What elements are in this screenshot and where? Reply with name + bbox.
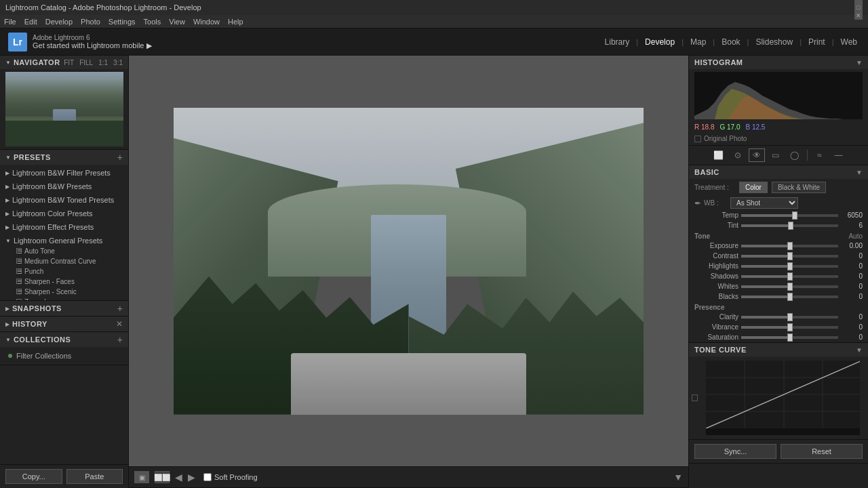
nav-slideshow[interactable]: Slideshow [753,36,795,48]
menu-settings[interactable]: Settings [108,18,136,26]
navigator-header[interactable]: ▼ Navigator FIT FILL 1:1 3:1 [0,56,128,69]
presets-add-button[interactable]: + [117,152,123,162]
tone-curve-header[interactable]: Tone Curve ▼ [689,343,868,357]
nav-library[interactable]: Library [602,36,633,48]
wb-row: ✒ WB : As Shot Auto Daylight Cloudy Cust… [689,196,868,210]
soft-proofing-checkbox[interactable] [203,473,212,481]
toolbar-dropdown[interactable]: ▼ [673,472,683,483]
temp-slider[interactable] [741,214,838,217]
preset-punch[interactable]: ☰Punch [0,266,128,277]
preset-group-color-header[interactable]: ▶ Lightroom Color Presets [0,208,128,219]
vibrance-slider[interactable] [741,326,838,329]
menu-help[interactable]: Help [228,18,243,26]
lr-action[interactable]: Get started with Lightroom mobile ▶ [33,41,152,50]
redeye-tool[interactable]: 👁 [749,148,765,162]
highlights-slider[interactable] [741,265,838,268]
preset-group-bw-toned-header[interactable]: ▶ Lightroom B&W Toned Presets [0,195,128,205]
reset-button[interactable]: Reset [781,444,863,459]
preset-sharpen-scenic[interactable]: ☰Sharpen - Scenic [0,287,128,297]
nav-develop[interactable]: Develop [642,36,677,48]
spot-removal-tool[interactable]: ⊙ [730,148,746,162]
snapshots-header[interactable]: ▶ Snapshots + [0,301,128,316]
bw-treatment-button[interactable]: Black & White [772,182,826,193]
collection-filter[interactable]: Filter Collections [0,350,128,362]
auto-tone-button[interactable]: Auto [848,232,863,240]
lr-action-arrow: ▶ [146,41,152,50]
tone-curve-title: Tone Curve [694,346,747,354]
original-photo-checkbox [694,136,701,142]
clarity-slider[interactable] [741,316,838,319]
whites-slider[interactable] [741,285,838,288]
menu-tools[interactable]: Tools [144,18,161,26]
zoom-1-1[interactable]: 1:1 [98,59,108,66]
view-loupe-button[interactable]: ▣ [134,471,149,483]
blacks-slider[interactable] [741,296,838,298]
radial-filter-tool[interactable]: ◯ [787,148,803,162]
nav-print[interactable]: Print [806,36,828,48]
presets-header[interactable]: ▼ Presets + [0,150,128,165]
menu-view[interactable]: View [169,18,185,26]
preset-group-bw-header[interactable]: ▶ Lightroom B&W Presets [0,181,128,192]
left-panel: ▼ Navigator FIT FILL 1:1 3:1 [0,56,129,488]
histogram-header[interactable]: Histogram ▼ [689,56,868,69]
menu-edit[interactable]: Edit [24,18,37,26]
preset-group-bw-filter-header[interactable]: ▶ Lightroom B&W Filter Presets [0,167,128,178]
preset-medium-contrast[interactable]: ☰Medium Contrast Curve [0,256,128,266]
thumb-image [5,72,123,146]
adjustment-brush-tool[interactable]: ≈ [812,148,828,162]
preset-group-effect-header[interactable]: ▶ Lightroom Effect Presets [0,222,128,232]
history-close-button[interactable]: ✕ [116,319,123,329]
sync-button[interactable]: Sync... [694,444,776,459]
menu-file[interactable]: File [4,18,16,26]
preset-sharpen-faces[interactable]: ☰Sharpen - Faces [0,277,128,287]
view-compare-button[interactable]: ⬜⬜ [155,471,170,483]
crop-tool[interactable]: ⬜ [711,148,727,162]
snapshots-add-button[interactable]: + [117,304,123,313]
graduated-filter-tool[interactable]: ▭ [768,148,784,162]
clarity-slider-row: Clarity 0 [689,312,868,322]
copy-button[interactable]: Copy... [5,469,62,484]
color-treatment-button[interactable]: Color [739,182,768,193]
wb-select[interactable]: As Shot Auto Daylight Cloudy Custom [730,197,798,209]
collections-add-button[interactable]: + [117,335,123,344]
collections-header[interactable]: ▼ Collections + [0,332,128,347]
wb-eyedropper-icon[interactable]: ✒ [694,199,701,208]
nav-web[interactable]: Web [838,36,860,48]
tone-curve-point-mode[interactable] [692,394,698,401]
point-curve-tool[interactable]: — [831,148,847,162]
highlights-slider-row: Highlights 0 [689,261,868,271]
maximize-button[interactable]: □ [854,3,863,12]
shadows-label: Shadows [694,272,738,280]
menu-develop[interactable]: Develop [45,18,73,26]
histogram-title: Histogram [694,58,743,66]
contrast-slider[interactable] [741,255,838,258]
basic-panel-header[interactable]: Basic ▼ [689,165,868,179]
preset-zeroed[interactable]: ☰Zeroed [0,297,128,300]
tone-curve-arrow: ▼ [856,346,863,354]
lr-account: Adobe Lightroom 6 [33,34,152,41]
exposure-slider[interactable] [741,245,838,247]
close-button[interactable]: ✕ [854,12,863,20]
zoom-fill[interactable]: FILL [79,59,93,66]
zoom-3-1[interactable]: 3:1 [113,59,123,66]
preset-group-general-header[interactable]: ▼ Lightroom General Presets [0,235,128,246]
presets-triangle: ▼ [5,155,11,161]
nav-book[interactable]: Book [719,36,743,48]
blacks-value: 0 [841,293,863,300]
menu-window[interactable]: Window [193,18,220,26]
tone-curve-graph[interactable] [706,361,860,435]
paste-button[interactable]: Paste [66,469,123,484]
menu-photo[interactable]: Photo [81,18,100,26]
tint-slider[interactable] [741,224,838,227]
forward-arrow[interactable]: ▶ [188,472,195,483]
sync-reset-bar: Sync... Reset [689,440,868,464]
collections-title: Collections [14,336,71,344]
saturation-slider[interactable] [741,336,838,339]
back-arrow[interactable]: ◀ [175,472,182,483]
nav-map[interactable]: Map [688,36,709,48]
shadows-slider[interactable] [741,275,838,278]
zoom-fit[interactable]: FIT [64,59,74,66]
preset-auto-tone[interactable]: ☰Auto Tone [0,246,128,256]
snapshots-title: Snapshots [12,304,62,312]
history-header[interactable]: ▶ History ✕ [0,317,128,331]
